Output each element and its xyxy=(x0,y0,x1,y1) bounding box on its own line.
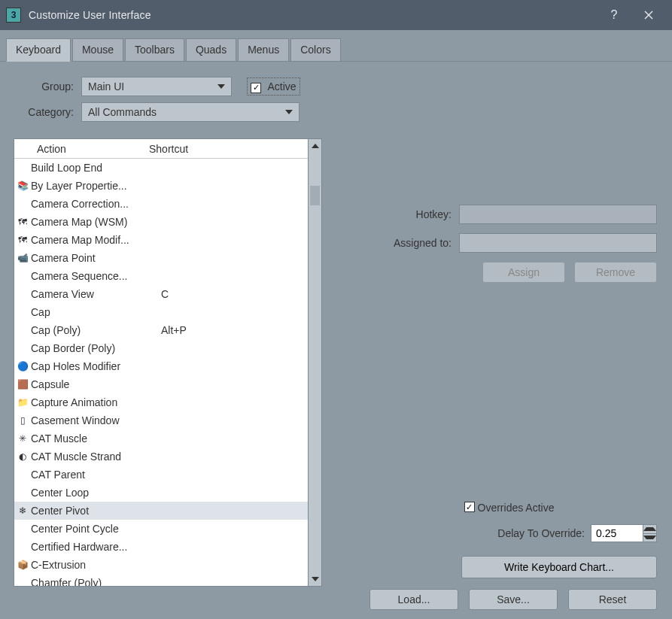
table-row[interactable]: Camera ViewC xyxy=(14,285,308,303)
table-row[interactable]: Camera Correction... xyxy=(14,195,308,213)
category-select[interactable]: All Commands xyxy=(81,102,300,122)
active-checkbox-wrap[interactable]: ✓ Active xyxy=(247,77,300,96)
delay-label: Delay To Override: xyxy=(497,527,585,539)
chevron-down-icon xyxy=(643,536,656,539)
tab-menus[interactable]: Menus xyxy=(238,38,289,62)
chevron-up-icon xyxy=(643,527,656,531)
table-row[interactable]: Cap xyxy=(14,303,308,321)
action-name: Build Loop End xyxy=(29,162,161,174)
app-icon xyxy=(6,8,21,23)
load-button[interactable]: Load... xyxy=(369,589,458,610)
row-icon: 📁 xyxy=(16,397,29,408)
delay-value[interactable]: 0.25 xyxy=(591,524,643,542)
titlebar: Customize User Interface ? xyxy=(0,0,672,30)
row-icon: 📦 xyxy=(16,560,29,570)
dialog-body: Group: Main UI ✓ Active Category: All Co… xyxy=(0,62,672,619)
table-row[interactable]: ▯Casement Window xyxy=(14,411,308,429)
hotkey-input[interactable] xyxy=(459,205,657,224)
chevron-down-icon xyxy=(285,110,293,114)
table-row[interactable]: 🟫Capsule xyxy=(14,375,308,393)
action-name: Cap Border (Poly) xyxy=(29,342,161,354)
help-button[interactable]: ? xyxy=(597,0,631,30)
table-row[interactable]: 📚By Layer Propertie... xyxy=(14,177,308,195)
tab-keyboard[interactable]: Keyboard xyxy=(6,38,71,62)
reset-button[interactable]: Reset xyxy=(568,589,657,610)
action-name: Capture Animation xyxy=(29,396,161,408)
table-row[interactable]: Center Point Cycle xyxy=(14,520,308,538)
close-button[interactable] xyxy=(631,0,666,30)
save-button[interactable]: Save... xyxy=(469,589,558,610)
table-row[interactable]: Chamfer (Poly) xyxy=(14,574,308,586)
table-row[interactable]: 📁Capture Animation xyxy=(14,393,308,411)
action-shortcut: Alt+P xyxy=(161,324,308,336)
table-row[interactable]: ✳CAT Muscle xyxy=(14,429,308,448)
table-row[interactable]: Cap Border (Poly) xyxy=(14,339,308,357)
action-name: C-Extrusion xyxy=(29,559,161,571)
tab-colors[interactable]: Colors xyxy=(290,38,340,62)
row-icon: 🔵 xyxy=(16,361,29,372)
hotkey-label: Hotkey: xyxy=(361,208,459,220)
window-title: Customize User Interface xyxy=(29,9,597,21)
table-row[interactable]: 🔵Cap Holes Modifier xyxy=(14,357,308,375)
row-icon: ◐ xyxy=(16,451,29,462)
write-keyboard-chart-button[interactable]: Write Keyboard Chart... xyxy=(461,556,657,578)
scroll-thumb[interactable] xyxy=(310,186,320,205)
action-name: Camera Correction... xyxy=(29,198,161,210)
table-row[interactable]: Build Loop End xyxy=(14,159,308,177)
table-row[interactable]: ❄Center Pivot xyxy=(14,502,308,520)
assigned-display xyxy=(459,233,657,253)
row-icon: 📚 xyxy=(16,181,29,191)
table-header: Action Shortcut xyxy=(14,139,308,159)
scroll-down-button[interactable] xyxy=(309,572,321,586)
assigned-label: Assigned to: xyxy=(361,237,459,249)
table-row[interactable]: Cap (Poly)Alt+P xyxy=(14,321,308,339)
tab-toolbars[interactable]: Toolbars xyxy=(125,38,184,62)
category-value: All Commands xyxy=(88,106,157,118)
table-row[interactable]: ◐CAT Muscle Strand xyxy=(14,448,308,466)
action-name: Center Loop xyxy=(29,487,161,499)
group-select[interactable]: Main UI xyxy=(81,77,232,96)
row-icon: 🗺 xyxy=(16,235,29,245)
column-shortcut[interactable]: Shortcut xyxy=(146,143,308,155)
overrides-checkbox[interactable]: ✓ xyxy=(464,502,475,512)
spinner-up[interactable] xyxy=(643,525,656,534)
spinner-down[interactable] xyxy=(643,534,656,542)
action-table: Action Shortcut Build Loop End📚By Layer … xyxy=(14,138,322,587)
tab-mouse[interactable]: Mouse xyxy=(72,38,123,62)
action-name: Certified Hardware... xyxy=(29,541,161,553)
action-name: CAT Muscle xyxy=(29,432,161,445)
action-name: Cap xyxy=(29,306,161,318)
row-icon: ✳ xyxy=(16,433,29,444)
tab-quads[interactable]: Quads xyxy=(186,38,236,62)
column-action[interactable]: Action xyxy=(14,143,146,155)
table-row[interactable]: 🗺Camera Map Modif... xyxy=(14,231,308,249)
table-row[interactable]: 🗺Camera Map (WSM) xyxy=(14,213,308,231)
group-value: Main UI xyxy=(88,80,124,93)
category-label: Category: xyxy=(14,106,81,118)
row-icon: 🗺 xyxy=(16,217,29,227)
remove-button[interactable]: Remove xyxy=(574,262,657,283)
action-name: Camera Map Modif... xyxy=(29,234,161,246)
left-panel: Group: Main UI ✓ Active Category: All Co… xyxy=(14,77,322,587)
table-row[interactable]: CAT Parent xyxy=(14,466,308,484)
table-row[interactable]: Center Loop xyxy=(14,484,308,502)
delay-spinner[interactable]: 0.25 xyxy=(591,524,657,542)
table-row[interactable]: Certified Hardware... xyxy=(14,538,308,556)
action-name: CAT Muscle Strand xyxy=(29,451,161,463)
action-name: Camera Point xyxy=(29,252,161,264)
action-name: Capsule xyxy=(29,378,161,390)
action-name: Center Pivot xyxy=(29,505,223,517)
table-row[interactable]: Camera Sequence... xyxy=(14,267,308,285)
scroll-up-button[interactable] xyxy=(309,139,321,153)
action-name: CAT Parent xyxy=(29,469,161,481)
table-row[interactable]: 📦C-Extrusion xyxy=(14,556,308,574)
active-checkbox[interactable]: ✓ xyxy=(251,83,261,93)
scrollbar[interactable] xyxy=(308,139,321,586)
assign-button[interactable]: Assign xyxy=(482,262,565,283)
table-row[interactable]: 📹Camera Point xyxy=(14,249,308,267)
action-name: By Layer Propertie... xyxy=(29,180,161,192)
overrides-label: Overrides Active xyxy=(478,502,555,514)
action-name: Chamfer (Poly) xyxy=(29,577,161,586)
action-shortcut: C xyxy=(161,288,308,300)
row-icon: ▯ xyxy=(16,415,29,426)
